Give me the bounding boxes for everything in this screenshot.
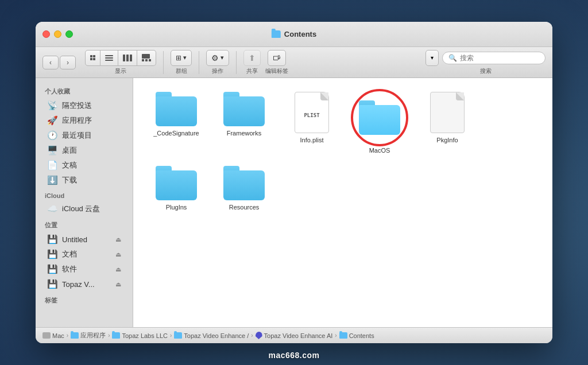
search-input[interactable]: [460, 54, 535, 62]
sidebar: 个人收藏 📡 隔空投送 🚀 应用程序 🕐 最近项目 🖥️ 桌面 📄 文稿: [36, 78, 133, 327]
sidebar-item-recent[interactable]: 🕐 最近项目: [38, 128, 130, 143]
file-item-frameworks[interactable]: Frameworks: [212, 87, 276, 159]
sidebar-item-icloud[interactable]: ☁️ iCloud 云盘: [38, 201, 130, 216]
breadcrumb-label-apps: 应用程序: [80, 331, 106, 340]
untitled-drive-icon: 💾: [47, 234, 57, 244]
search-scope-button[interactable]: ▾: [425, 50, 439, 66]
file-item-pkginfo[interactable]: PkgInfo: [416, 87, 479, 159]
close-button[interactable]: [42, 30, 50, 38]
macos-highlight-wrapper: [354, 92, 405, 143]
actions-group: ⚙ ▾ 操作: [206, 50, 229, 75]
breadcrumb-item-topazve[interactable]: Topaz Video Enhance /: [174, 332, 249, 339]
tags-label: 编辑标签: [265, 67, 288, 75]
file-item-macos[interactable]: MacOS: [348, 87, 411, 159]
search-label: 搜索: [480, 67, 492, 75]
file-name-macos: MacOS: [369, 147, 390, 154]
breadcrumb-label-topazlabs: Topaz Labs LLC: [122, 332, 168, 339]
breadcrumb-item-topazveai[interactable]: Topaz Video Enhance AI: [256, 332, 333, 339]
breadcrumb-item-mac[interactable]: Mac: [42, 332, 64, 339]
folder-icon-macos: [359, 100, 400, 135]
breadcrumb-folder-icon-2: [112, 332, 120, 339]
eject-icon-ruanjian[interactable]: ⏏: [115, 266, 121, 273]
file-name-frameworks: Frameworks: [227, 130, 262, 137]
column-view-button[interactable]: [118, 50, 137, 66]
sidebar-item-downloads[interactable]: ⬇️ 下载: [38, 173, 130, 188]
desktop-icon: 🖥️: [47, 145, 57, 156]
list-icon: [105, 55, 113, 61]
breadcrumb-folder-icon-4: [339, 332, 347, 339]
file-content: _CodeSignature Frameworks PLIST: [133, 78, 552, 327]
breadcrumb-sep-3: ›: [170, 332, 172, 339]
sidebar-item-wendang[interactable]: 💾 文档 ⏏: [38, 247, 130, 262]
sidebar-item-label: 隔空投送: [62, 100, 92, 111]
icon-view-button[interactable]: [85, 50, 100, 66]
group-button[interactable]: ⊞ ▾: [171, 50, 192, 66]
sidebar-item-desktop[interactable]: 🖥️ 桌面: [38, 143, 130, 158]
wendang-drive-icon: 💾: [47, 249, 57, 259]
breadcrumb-folder-icon-1: [71, 332, 79, 339]
sidebar-item-label: iCloud 云盘: [62, 204, 100, 214]
sidebar-item-ruanjian[interactable]: 💾 软件 ⏏: [38, 262, 130, 277]
cover-flow-icon: [142, 54, 151, 61]
topaz-drive-icon: 💾: [47, 279, 57, 289]
sidebar-item-apps[interactable]: 🚀 应用程序: [38, 113, 130, 128]
file-name-codesignature: _CodeSignature: [153, 130, 199, 137]
forward-button[interactable]: ›: [60, 56, 76, 69]
folder-icon-plugins: [156, 166, 197, 200]
breadcrumb-sep-4: ›: [251, 332, 253, 339]
breadcrumb-item-apps[interactable]: 应用程序: [71, 331, 106, 340]
back-button[interactable]: ‹: [42, 56, 59, 69]
file-item-plugins[interactable]: PlugIns: [145, 161, 208, 216]
file-grid-row2: PlugIns Resources: [145, 161, 541, 216]
sidebar-item-label: Untitled: [62, 235, 87, 244]
eject-icon-topaz[interactable]: ⏏: [115, 281, 121, 288]
watermark: mac668.com: [266, 348, 322, 362]
minimize-button[interactable]: [54, 30, 61, 38]
breadcrumb-item-topazlabs[interactable]: Topaz Labs LLC: [112, 332, 168, 339]
list-view-button[interactable]: [100, 50, 118, 66]
breadcrumb-label-topazveai: Topaz Video Enhance AI: [264, 332, 333, 339]
search-icon: 🔍: [448, 54, 457, 62]
maximize-button[interactable]: [65, 30, 73, 38]
folder-icon-resources: [223, 166, 265, 200]
file-item-resources[interactable]: Resources: [212, 161, 276, 216]
file-item-codesignature[interactable]: _CodeSignature: [145, 87, 208, 159]
share-group: ⬆ 共享: [243, 50, 261, 75]
nav-buttons: ‹ ›: [42, 56, 76, 69]
file-name-pkginfo: PkgInfo: [436, 137, 458, 144]
sidebar-item-label: 文档: [62, 249, 77, 259]
breadcrumb-label-mac: Mac: [52, 332, 64, 339]
sidebar-item-label: 软件: [62, 264, 77, 274]
file-item-infoplist[interactable]: PLIST Info.plist: [280, 87, 343, 159]
breadcrumb-label-contents: Contents: [349, 332, 374, 339]
share-button[interactable]: ⬆: [243, 50, 261, 66]
sidebar-item-topaz[interactable]: 💾 Topaz V... ⏏: [38, 277, 130, 292]
tags-button[interactable]: 🏷: [268, 50, 286, 66]
hdd-icon: [42, 332, 51, 339]
grid-icon: [90, 55, 95, 60]
eject-icon-untitled[interactable]: ⏏: [115, 236, 121, 243]
file-name-plugins: PlugIns: [166, 204, 187, 211]
sidebar-item-untitled[interactable]: 💾 Untitled ⏏: [38, 232, 130, 247]
titlebar-folder-icon: [272, 30, 281, 38]
sidebar-item-airdrop[interactable]: 📡 隔空投送: [38, 98, 130, 113]
breadcrumb-label-topazve: Topaz Video Enhance /: [184, 332, 249, 339]
view-label: 显示: [115, 67, 126, 75]
favorites-header: 个人收藏: [36, 83, 133, 98]
toolbar: ‹ ›: [36, 47, 552, 78]
eject-icon-wendang[interactable]: ⏏: [115, 251, 121, 258]
docs-icon: 📄: [47, 160, 57, 170]
folder-icon-codesignature: [156, 92, 197, 126]
shield-icon: [256, 332, 262, 339]
downloads-icon: ⬇️: [47, 175, 57, 185]
tags-header: 标签: [36, 292, 133, 307]
view-btn-row: [85, 50, 156, 66]
actions-label: 操作: [212, 67, 223, 75]
breadcrumb-item-contents[interactable]: Contents: [339, 332, 374, 339]
sidebar-item-label: 桌面: [62, 145, 77, 156]
airdrop-icon: 📡: [47, 100, 57, 111]
sidebar-item-docs[interactable]: 📄 文稿: [38, 158, 130, 173]
actions-button[interactable]: ⚙ ▾: [206, 50, 229, 66]
gallery-view-button[interactable]: [137, 50, 156, 66]
view-group: 显示: [85, 50, 156, 75]
